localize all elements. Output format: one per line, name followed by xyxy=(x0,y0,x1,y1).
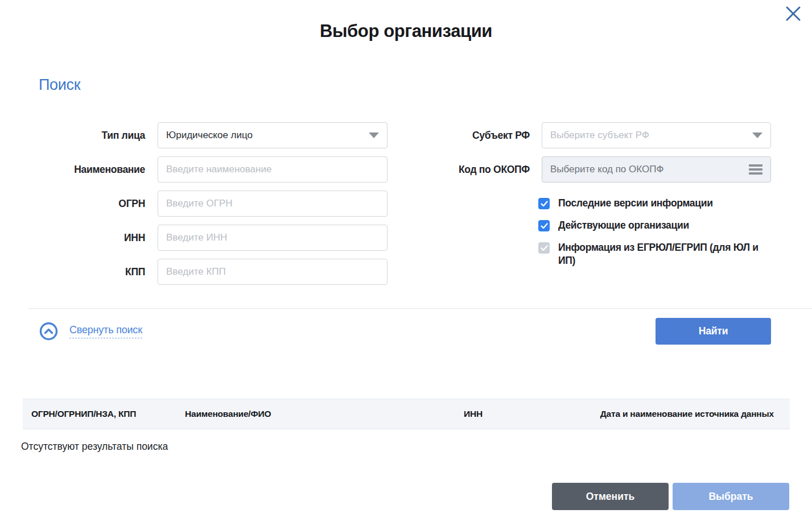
column-header-ogrn: ОГРН/ОГРНИП/НЗА, КПП xyxy=(31,409,185,419)
checkbox[interactable] xyxy=(538,220,550,231)
checkmark-icon xyxy=(541,245,548,251)
checkbox-latest-versions[interactable]: Последние версии информации xyxy=(538,197,777,210)
region-placeholder: Выберите субъект РФ xyxy=(550,130,752,141)
ogrn-label: ОГРН xyxy=(0,191,145,217)
form-row: Наименование Код по ОКОПФ Выберите код п… xyxy=(0,156,812,183)
person-type-label: Тип лица xyxy=(0,122,145,148)
collapse-search-link[interactable]: Свернуть поиск xyxy=(39,322,142,341)
inn-field-box xyxy=(158,225,388,251)
ogrn-field-box xyxy=(158,191,388,217)
okopf-placeholder: Выберите код по ОКОПФ xyxy=(550,164,749,175)
divider xyxy=(28,308,812,309)
checkbox-label: Последние версии информации xyxy=(558,197,713,210)
select-button[interactable]: Выбрать xyxy=(673,483,789,510)
kpp-label: КПП xyxy=(0,259,145,285)
kpp-input[interactable] xyxy=(166,266,379,278)
column-header-inn: ИНН xyxy=(464,409,566,419)
checkbox-active-orgs[interactable]: Действующие организации xyxy=(538,219,777,232)
okopf-picker[interactable]: Выберите код по ОКОПФ xyxy=(542,156,771,183)
dialog-title: Выбор организации xyxy=(0,21,812,42)
column-header-name: Наименование/ФИО xyxy=(185,409,464,419)
checkbox-label: Действующие организации xyxy=(558,219,689,232)
chevron-down-icon xyxy=(752,132,762,138)
cancel-button[interactable]: Отменить xyxy=(552,483,669,510)
name-input[interactable] xyxy=(166,164,379,175)
ogrn-input[interactable] xyxy=(166,198,379,209)
region-select[interactable]: Выберите субъект РФ xyxy=(542,122,771,148)
kpp-field-box xyxy=(158,259,388,285)
close-icon xyxy=(784,4,803,23)
region-label: Субъект РФ xyxy=(364,122,530,148)
collapse-search-label: Свернуть поиск xyxy=(69,324,142,338)
results-table-header: ОГРН/ОГРНИП/НЗА, КПП Наименование/ФИО ИН… xyxy=(23,399,790,429)
checkmark-icon xyxy=(541,201,548,207)
checkbox xyxy=(538,242,550,254)
inn-label: ИНН xyxy=(0,225,145,251)
person-type-select[interactable]: Юридическое лицо xyxy=(158,122,388,148)
checkbox-label: Информация из ЕГРЮЛ/ЕГРИП (для ЮЛ и ИП) xyxy=(558,241,772,267)
inn-input[interactable] xyxy=(166,232,379,243)
search-heading: Поиск xyxy=(39,76,80,94)
hamburger-menu-icon xyxy=(749,164,762,175)
checkbox-egrul-info: Информация из ЕГРЮЛ/ЕГРИП (для ЮЛ и ИП) xyxy=(538,241,777,267)
empty-results-text: Отсутствуют результаты поиска xyxy=(21,441,168,453)
name-field-box xyxy=(158,156,388,183)
form-row: Тип лица Юридическое лицо Субъект РФ Выб… xyxy=(0,122,812,148)
organization-select-dialog: Выбор организации Поиск Тип лица Юридиче… xyxy=(0,0,812,530)
checkmark-icon xyxy=(541,223,548,229)
checkbox-group: Последние версии информации Действующие … xyxy=(538,197,777,276)
person-type-value: Юридическое лицо xyxy=(166,130,369,141)
okopf-label: Код по ОКОПФ xyxy=(364,156,530,183)
find-button[interactable]: Найти xyxy=(656,318,771,345)
chevron-up-circle-icon xyxy=(39,322,58,341)
column-header-source: Дата и наименование источника данных xyxy=(566,409,781,419)
checkbox[interactable] xyxy=(538,198,550,209)
name-label: Наименование xyxy=(0,156,145,183)
